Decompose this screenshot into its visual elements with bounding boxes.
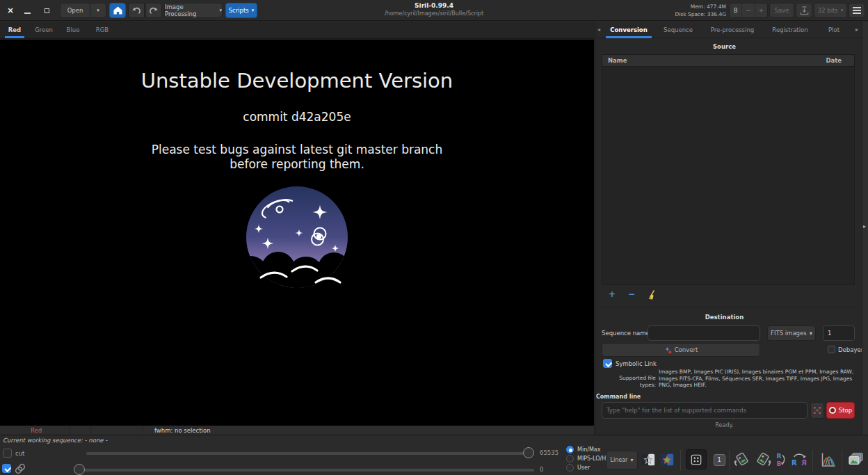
tab-pre-processing[interactable]: Pre-processing bbox=[700, 22, 764, 38]
command-status: Ready. bbox=[595, 422, 853, 428]
source-section-title: Source bbox=[595, 43, 853, 50]
chevron-down-icon: ▾ bbox=[252, 8, 255, 13]
tab-registration[interactable]: Registration bbox=[761, 22, 819, 38]
channel-tab-bar: Red Green Blue RGB bbox=[0, 22, 594, 39]
histogram-button[interactable] bbox=[819, 451, 837, 469]
command-options-button[interactable] bbox=[810, 402, 824, 419]
redo-button[interactable] bbox=[145, 3, 162, 18]
home-icon bbox=[113, 6, 122, 15]
mirror-horizontal-button[interactable]: R R bbox=[790, 451, 808, 469]
app-title: Siril-0.99.4 bbox=[312, 2, 556, 9]
hi-slider-handle[interactable] bbox=[523, 447, 534, 458]
tab-scroll-right-icon[interactable]: ▸ bbox=[855, 22, 858, 38]
zoom-100-button[interactable]: 1 bbox=[710, 451, 728, 469]
home-button[interactable] bbox=[109, 3, 126, 18]
sequence-list-button[interactable] bbox=[846, 451, 865, 469]
rotate-right-button[interactable] bbox=[754, 451, 772, 469]
close-button[interactable]: × bbox=[4, 4, 17, 17]
scripts-button[interactable]: Scripts▾ bbox=[225, 3, 257, 18]
dev-warning-message: Please test bugs against latest git mast… bbox=[0, 143, 594, 172]
start-index-input[interactable] bbox=[823, 325, 855, 341]
tab-rgb[interactable]: RGB bbox=[88, 22, 117, 38]
minmax-radio[interactable] bbox=[566, 446, 574, 453]
minus-icon: − bbox=[746, 7, 751, 14]
command-grid-icon bbox=[814, 407, 821, 414]
output-format-dropdown[interactable]: FITS images▾ bbox=[767, 325, 816, 341]
tab-conversion[interactable]: Conversion bbox=[600, 22, 658, 38]
hi-slider[interactable] bbox=[86, 447, 534, 459]
symbolic-link-checkbox[interactable] bbox=[603, 359, 612, 368]
flip-vertical-button[interactable]: R B bbox=[772, 451, 790, 469]
window-title-block: Siril-0.99.4 /home/cyril/Images/siril/Bu… bbox=[312, 2, 556, 17]
minimize-button[interactable] bbox=[21, 4, 33, 17]
lo-slider-track[interactable] bbox=[74, 469, 534, 472]
negative-view-button[interactable] bbox=[639, 451, 657, 469]
open-dropdown-button[interactable]: ▾ bbox=[90, 3, 106, 18]
column-date[interactable]: Date bbox=[826, 55, 842, 67]
fit-to-window-button[interactable] bbox=[686, 449, 707, 469]
fit-view-icon bbox=[689, 453, 703, 467]
export-icon bbox=[800, 6, 809, 15]
chevron-down-icon: ▾ bbox=[97, 8, 99, 13]
redo-icon bbox=[149, 6, 159, 15]
tab-red[interactable]: Red bbox=[0, 22, 29, 38]
plus-icon: + bbox=[609, 289, 616, 299]
convert-button[interactable]: Convert bbox=[602, 343, 760, 357]
flip-vertical-icon: R B bbox=[773, 452, 789, 467]
mips-radio[interactable] bbox=[566, 455, 574, 462]
lo-slider-handle[interactable] bbox=[74, 464, 85, 475]
add-files-button[interactable]: + bbox=[606, 290, 618, 300]
tab-green[interactable]: Green bbox=[29, 22, 58, 38]
working-sequence-label: Current working sequence: - none - bbox=[3, 437, 107, 444]
hamburger-icon bbox=[853, 10, 861, 11]
hi-slider-track[interactable] bbox=[86, 452, 534, 455]
colored-star-icon bbox=[659, 452, 675, 467]
menu-button[interactable] bbox=[849, 3, 865, 18]
image-processing-button[interactable]: Image Processing▾ bbox=[164, 3, 223, 18]
open-button[interactable]: Open bbox=[60, 3, 90, 18]
tab-plot[interactable]: Plot bbox=[813, 22, 855, 38]
siril-window: × Open ▾ Image Processing▾ Scripts▾ Siri… bbox=[0, 0, 868, 475]
false-color-button[interactable] bbox=[658, 451, 676, 469]
panel-expander-icon[interactable]: ▸ bbox=[863, 223, 866, 230]
cut-checkbox[interactable] bbox=[3, 449, 12, 458]
sequence-name-label: Sequence name: bbox=[602, 330, 652, 337]
rotate-left-button[interactable] bbox=[733, 451, 751, 469]
supported-types-label: Supported file types: bbox=[602, 375, 656, 388]
resource-info: Mem: 477.4M Disk Space: 336.4G bbox=[659, 3, 726, 18]
symbolic-link-label: Symbolic Link bbox=[616, 360, 657, 367]
maximize-button[interactable] bbox=[40, 4, 53, 17]
clear-list-button[interactable] bbox=[645, 290, 657, 300]
undo-icon bbox=[131, 6, 141, 15]
image-canvas[interactable]: Unstable Development Version commit d42a… bbox=[0, 40, 594, 426]
threads-spin: 8 − + bbox=[729, 3, 768, 18]
debayer-checkbox[interactable] bbox=[828, 346, 835, 353]
column-name[interactable]: Name bbox=[608, 55, 627, 67]
close-icon: × bbox=[7, 6, 14, 15]
command-input[interactable] bbox=[602, 402, 807, 419]
minmax-label: Min/Max bbox=[577, 446, 600, 453]
stop-button[interactable]: Stop bbox=[826, 402, 855, 419]
sequence-name-input[interactable] bbox=[648, 325, 760, 341]
maximize-icon bbox=[45, 8, 49, 13]
stretch-mode-dropdown[interactable]: Linear▾ bbox=[606, 451, 638, 469]
user-radio[interactable] bbox=[566, 464, 574, 472]
histogram-icon bbox=[820, 451, 837, 468]
tab-sequence[interactable]: Sequence bbox=[654, 22, 702, 38]
threads-value: 8 bbox=[730, 3, 741, 17]
bit-depth-dropdown[interactable]: 32 bits▾ bbox=[814, 3, 847, 18]
save-as-button[interactable] bbox=[796, 3, 812, 18]
panel-tab-bar: ◂ Conversion Sequence Pre-processing Reg… bbox=[595, 22, 862, 38]
lo-slider[interactable] bbox=[74, 464, 534, 475]
threads-decrement-button[interactable]: − bbox=[741, 3, 754, 17]
source-file-list[interactable]: Name Date bbox=[602, 54, 855, 285]
link-channels-checkbox[interactable] bbox=[2, 464, 11, 473]
save-button[interactable]: Save bbox=[769, 3, 794, 18]
remove-files-button[interactable]: − bbox=[626, 290, 637, 300]
half-star-icon bbox=[641, 452, 656, 467]
tab-blue[interactable]: Blue bbox=[58, 22, 88, 38]
image-status-bar: Red fwhm: no selection bbox=[0, 426, 594, 435]
threads-increment-button[interactable]: + bbox=[755, 3, 767, 17]
undo-button[interactable] bbox=[128, 3, 145, 18]
stop-icon bbox=[829, 407, 836, 414]
